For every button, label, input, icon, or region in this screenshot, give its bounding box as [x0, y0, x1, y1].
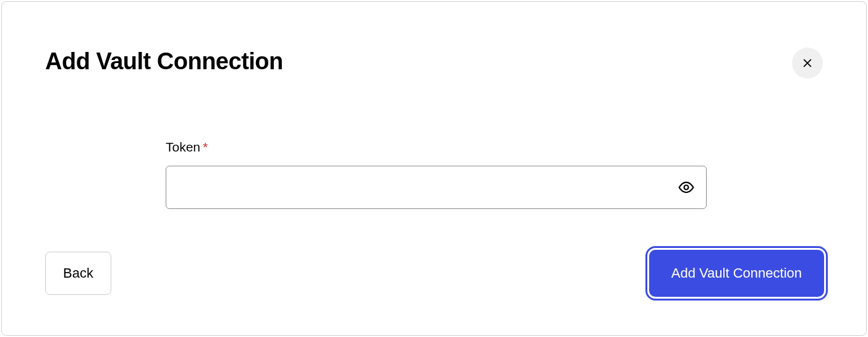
token-label: Token	[166, 140, 200, 155]
close-icon	[801, 57, 814, 69]
toggle-visibility-button[interactable]	[677, 178, 696, 197]
back-button[interactable]: Back	[45, 252, 111, 295]
token-label-wrapper: Token*	[166, 143, 208, 153]
add-vault-connection-modal: Add Vault Connection Token* Back Add Vau…	[1, 1, 867, 336]
token-input[interactable]	[166, 166, 707, 209]
modal-title: Add Vault Connection	[45, 48, 823, 75]
eye-icon	[678, 179, 694, 195]
svg-point-2	[684, 186, 689, 190]
modal-footer: Back Add Vault Connection	[45, 250, 829, 297]
token-input-wrapper	[166, 166, 707, 209]
add-vault-connection-button[interactable]: Add Vault Connection	[649, 250, 824, 297]
required-indicator: *	[203, 140, 208, 154]
form-section: Token*	[166, 140, 707, 209]
close-button[interactable]	[792, 48, 823, 79]
